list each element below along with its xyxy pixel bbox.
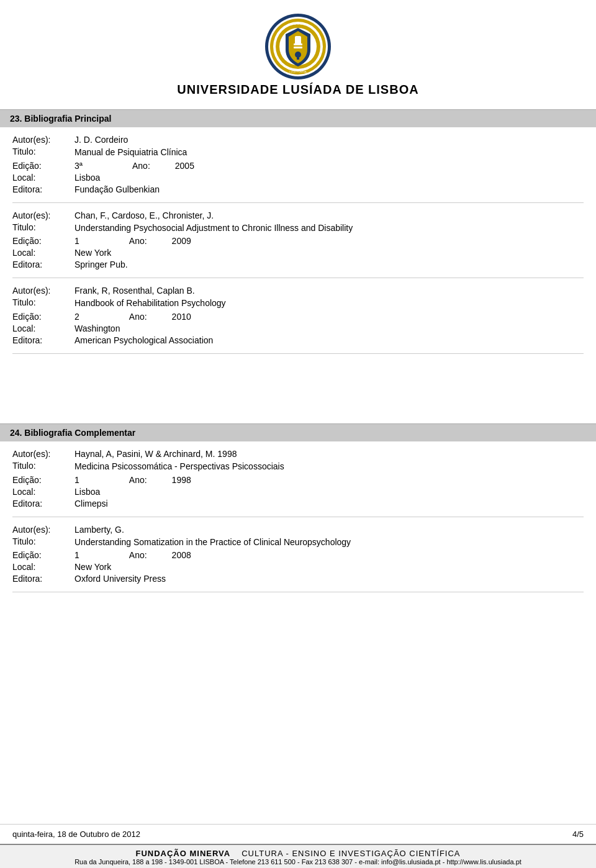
ref2-titulo-row: Titulo: Understanding Psychosocial Adjus… (12, 222, 584, 235)
university-title: UNIVERSIDADE LUSÍADA DE LISBOA (0, 83, 596, 97)
autor-label-2: Autor(es): (12, 210, 74, 220)
autor-label: Autor(es): (12, 135, 74, 145)
ref4-autor: Haynal, A, Pasini, W & Archinard, M. 199… (74, 449, 584, 459)
institution-name: FUNDAÇÃO MINERVA CULTURA - ENSINO E INVE… (6, 849, 590, 858)
editora-label-3: Editora: (12, 335, 74, 345)
ref5-autor-row: Autor(es): Lamberty, G. (12, 525, 584, 535)
editora-label-2: Editora: (12, 260, 74, 269)
reference-block-5: Autor(es): Lamberty, G. Titulo: Understa… (12, 517, 584, 593)
ref3-inline-fields: 2 Ano: 2010 (74, 312, 584, 322)
ref2-ano: 2009 (172, 236, 191, 246)
ref3-titulo-row: Titulo: Handbook of Rehabilitation Psych… (12, 297, 584, 310)
svg-rect-8 (294, 47, 302, 48)
page-header: ★ ★ ★ LUCET OMNIA UNIVERSIDADE LUSÍADA D… (0, 0, 596, 109)
edicao-label-4: Edição: (12, 475, 74, 485)
ref1-local: Lisboa (74, 173, 584, 183)
ref5-edicao: 1 (74, 550, 79, 560)
ref4-titulo-row: Titulo: Medicina Psicossomática - Perspe… (12, 461, 584, 473)
svg-text:LUCET OMNIA: LUCET OMNIA (289, 70, 307, 73)
editora-label-5: Editora: (12, 574, 74, 584)
titulo-label-2: Titulo: (12, 222, 74, 232)
ref4-local-row: Local: Lisboa (12, 487, 584, 497)
ref5-local: New York (74, 562, 584, 572)
ref2-autor-row: Autor(es): Chan, F., Cardoso, E., Chroni… (12, 210, 584, 220)
reference-block-1: Autor(es): J. D. Cordeiro Titulo: Manual… (12, 127, 584, 203)
footer-date: quinta-feira, 18 de Outubro de 2012 (12, 830, 140, 839)
ano-label-4: Ano: (129, 475, 147, 485)
autor-label-4: Autor(es): (12, 449, 74, 459)
ref2-edicao: 1 (74, 236, 79, 246)
ref4-edicao: 1 (74, 475, 79, 485)
ref4-local: Lisboa (74, 487, 584, 497)
svg-text:★ ★ ★: ★ ★ ★ (294, 22, 304, 25)
ref4-ano: 1998 (172, 475, 191, 485)
ref5-inline-fields: 1 Ano: 2008 (74, 550, 584, 560)
ref1-edicao: 3ª (74, 161, 83, 171)
titulo-label: Titulo: (12, 147, 74, 156)
ref4-edicao-row: Edição: 1 Ano: 1998 (12, 475, 584, 485)
edicao-label: Edição: (12, 161, 74, 171)
edicao-label-2: Edição: (12, 236, 74, 246)
ref2-local: New York (74, 248, 584, 258)
edicao-label-3: Edição: (12, 312, 74, 322)
university-logo: ★ ★ ★ LUCET OMNIA (264, 12, 332, 81)
section24-content: Autor(es): Haynal, A, Pasini, W & Archin… (0, 441, 596, 824)
local-label-2: Local: (12, 248, 74, 258)
section23-content: Autor(es): J. D. Cordeiro Titulo: Manual… (0, 127, 596, 423)
ref5-ano: 2008 (172, 550, 191, 560)
ref2-inline-fields: 1 Ano: 2009 (74, 236, 584, 246)
ano-label-3: Ano: (129, 312, 147, 322)
ref2-local-row: Local: New York (12, 248, 584, 258)
page-footer: quinta-feira, 18 de Outubro de 2012 4/5 … (0, 824, 596, 868)
ano-label-2: Ano: (129, 236, 147, 246)
ref1-ano: 2005 (175, 161, 194, 171)
svg-rect-7 (294, 43, 302, 45)
ref1-editora-row: Editora: Fundação Gulbenkian (12, 184, 584, 194)
ano-label-5: Ano: (129, 550, 147, 560)
ref1-inline-fields: 3ª Ano: 2005 (74, 161, 584, 171)
ref1-autor-row: Autor(es): J. D. Cordeiro (12, 135, 584, 145)
section24-header: 24. Bibliografia Complementar (0, 423, 596, 441)
reference-block-3: Autor(es): Frank, R, Rosenthal, Caplan B… (12, 278, 584, 354)
ref5-editora: Oxford University Press (74, 574, 584, 584)
ref4-editora: Climepsi (74, 499, 584, 509)
ref2-editora: Springer Pub. (74, 260, 584, 269)
ref3-editora: American Psychological Association (74, 335, 584, 345)
local-label-3: Local: (12, 323, 74, 333)
editora-label: Editora: (12, 184, 74, 194)
ref2-editora-row: Editora: Springer Pub. (12, 260, 584, 269)
ref5-titulo: Understanding Somatization in the Practi… (74, 536, 584, 549)
footer-institution: FUNDAÇÃO MINERVA CULTURA - ENSINO E INVE… (0, 844, 596, 868)
ref4-titulo: Medicina Psicossomática - Perspectivas P… (74, 461, 584, 473)
local-label-4: Local: (12, 487, 74, 497)
ref3-local-row: Local: Washington (12, 323, 584, 333)
ref3-titulo: Handbook of Rehabilitation Psychology (74, 297, 584, 310)
ref5-autor: Lamberty, G. (74, 525, 584, 535)
ref4-inline-fields: 1 Ano: 1998 (74, 475, 584, 485)
ref2-edicao-row: Edição: 1 Ano: 2009 (12, 236, 584, 246)
ref3-editora-row: Editora: American Psychological Associat… (12, 335, 584, 345)
ref3-autor: Frank, R, Rosenthal, Caplan B. (74, 286, 584, 296)
local-label: Local: (12, 173, 74, 183)
ref3-ano: 2010 (172, 312, 191, 322)
titulo-label-5: Titulo: (12, 536, 74, 546)
autor-label-3: Autor(es): (12, 286, 74, 296)
svg-rect-6 (295, 36, 301, 45)
institution-address: Rua da Junqueira, 188 a 198 - 1349-001 L… (6, 858, 590, 866)
ref1-titulo-row: Titulo: Manual de Psiquiatria Clínica (12, 147, 584, 159)
ref3-local: Washington (74, 323, 584, 333)
edicao-label-5: Edição: (12, 550, 74, 560)
ref2-autor: Chan, F., Cardoso, E., Chronister, J. (74, 210, 584, 220)
ref3-edicao: 2 (74, 312, 79, 322)
ref1-edicao-row: Edição: 3ª Ano: 2005 (12, 161, 584, 171)
ref5-edicao-row: Edição: 1 Ano: 2008 (12, 550, 584, 560)
ref1-autor: J. D. Cordeiro (74, 135, 584, 145)
ref1-local-row: Local: Lisboa (12, 173, 584, 183)
reference-block-4: Autor(es): Haynal, A, Pasini, W & Archin… (12, 441, 584, 517)
ref5-local-row: Local: New York (12, 562, 584, 572)
reference-block-2: Autor(es): Chan, F., Cardoso, E., Chroni… (12, 203, 584, 279)
local-label-5: Local: (12, 562, 74, 572)
ref3-edicao-row: Edição: 2 Ano: 2010 (12, 312, 584, 322)
ref5-titulo-row: Titulo: Understanding Somatization in th… (12, 536, 584, 549)
titulo-label-4: Titulo: (12, 461, 74, 471)
